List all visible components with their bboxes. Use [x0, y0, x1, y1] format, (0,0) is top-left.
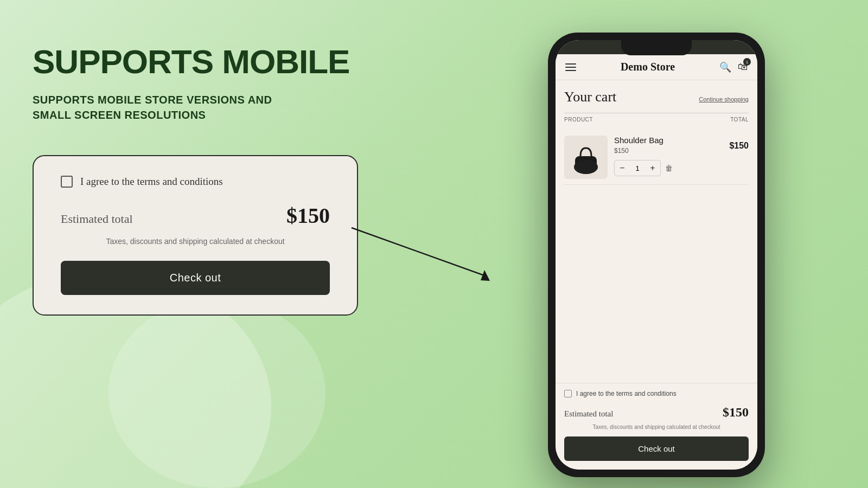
quantity-row: − 1 + 🗑 [614, 160, 723, 176]
product-price-small: $150 [614, 147, 723, 155]
phone-bottom-section: I agree to the terms and conditions Esti… [556, 383, 757, 470]
phone-terms-text: I agree to the terms and conditions [576, 390, 676, 397]
nav-icons: 🔍 🛍 1 [719, 61, 748, 73]
terms-row: I agree to the terms and conditions [61, 176, 330, 188]
phone-section: Welcome to our store Demo Store 🔍 🛍 1 [477, 33, 835, 477]
continue-shopping-link[interactable]: Continue shopping [699, 96, 749, 102]
subtitle-line2: SMALL SCREEN RESOLUTIONS [33, 109, 206, 121]
connector-arrow [346, 222, 498, 287]
phone-notch [621, 40, 692, 55]
hamburger-icon[interactable] [565, 63, 576, 71]
col-product-label: PRODUCT [564, 117, 593, 123]
estimated-label: Estimated total [61, 212, 133, 226]
phone-screen: Welcome to our store Demo Store 🔍 🛍 1 [556, 40, 757, 470]
phone-tax-note: Taxes, discounts and shipping calculated… [564, 424, 749, 430]
zoomed-card: I agree to the terms and conditions Esti… [33, 155, 358, 316]
cart-badge: 1 [743, 58, 751, 66]
phone-terms-row: I agree to the terms and conditions [564, 390, 749, 397]
quantity-control: − 1 + [614, 160, 661, 176]
qty-increase-button[interactable]: + [645, 160, 660, 176]
main-title: SUPPORTS MOBILE [33, 43, 477, 80]
product-name: Shoulder Bag [614, 136, 723, 145]
left-section: SUPPORTS MOBILE SUPPORTS MOBILE STORE VE… [33, 33, 477, 316]
tax-note: Taxes, discounts and shipping calculated… [61, 237, 330, 246]
phone-mockup: Welcome to our store Demo Store 🔍 🛍 1 [548, 33, 765, 477]
qty-decrease-button[interactable]: − [615, 160, 630, 176]
svg-line-0 [352, 228, 487, 277]
product-info: Shoulder Bag $150 − 1 + 🗑 [614, 136, 723, 179]
product-image [564, 136, 608, 179]
table-header: PRODUCT TOTAL [564, 113, 749, 126]
search-icon[interactable]: 🔍 [719, 61, 731, 73]
product-total: $150 [729, 136, 749, 151]
total-row: Estimated total $150 [61, 203, 330, 228]
col-total-label: TOTAL [730, 117, 749, 123]
terms-checkbox[interactable] [61, 176, 73, 188]
subtitle-line1: SUPPORTS MOBILE STORE VERSIONS AND [33, 94, 272, 106]
store-name: Demo Store [621, 61, 675, 73]
product-row: Shoulder Bag $150 − 1 + 🗑 [564, 130, 749, 185]
phone-nav: Demo Store 🔍 🛍 1 [556, 54, 757, 80]
cart-header: Your cart Continue shopping [564, 89, 749, 105]
phone-content[interactable]: Your cart Continue shopping PRODUCT TOTA… [556, 80, 757, 383]
phone-checkout-button[interactable]: Check out [564, 436, 749, 461]
delete-product-button[interactable]: 🗑 [665, 164, 673, 172]
subtitle: SUPPORTS MOBILE STORE VERSIONS AND SMALL… [33, 92, 477, 123]
terms-text: I agree to the terms and conditions [80, 176, 223, 188]
phone-terms-checkbox[interactable] [564, 390, 572, 397]
cart-title: Your cart [564, 89, 616, 105]
phone-total-price: $150 [723, 405, 749, 420]
svg-point-4 [574, 160, 598, 174]
phone-total-row: Estimated total $150 [564, 405, 749, 420]
cart-icon[interactable]: 🛍 1 [738, 61, 748, 73]
qty-value: 1 [630, 164, 645, 172]
phone-estimated-label: Estimated total [564, 409, 613, 419]
checkout-button-large[interactable]: Check out [61, 261, 330, 295]
total-price: $150 [286, 203, 330, 228]
